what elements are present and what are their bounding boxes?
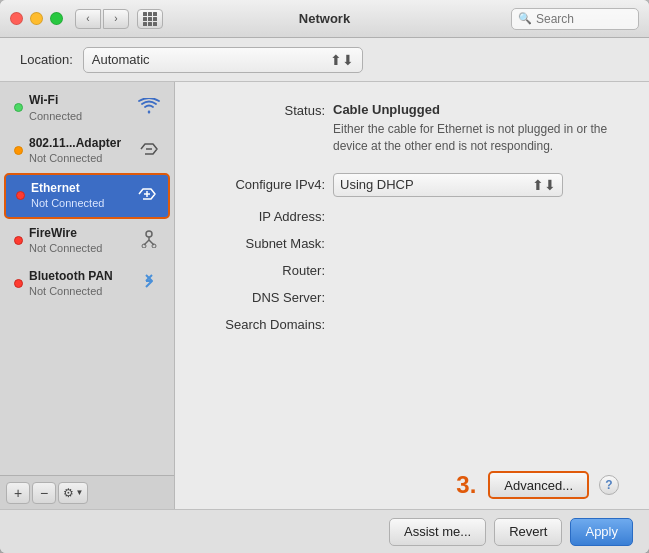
maximize-button[interactable] <box>50 12 63 25</box>
grid-icon <box>143 12 157 26</box>
status-dot-wifi <box>14 103 23 112</box>
sidebar-item-bluetooth[interactable]: Bluetooth PAN Not Connected <box>4 263 170 305</box>
sidebar-list: Wi-Fi Connected <box>0 82 174 475</box>
location-value: Automatic <box>92 52 150 67</box>
bluetooth-item-status: Not Connected <box>29 284 134 298</box>
location-label: Location: <box>20 52 73 67</box>
adapter-item-name: 802.11...Adapter <box>29 136 134 152</box>
status-value-block: Cable Unplugged Either the cable for Eth… <box>333 102 619 155</box>
ip-row: IP Address: <box>205 209 619 224</box>
network-window: ‹ › Network 🔍 Location: Automatic ⬆⬇ <box>0 0 649 553</box>
router-label: Router: <box>205 263 325 278</box>
wifi-item-status: Connected <box>29 109 134 123</box>
status-label: Status: <box>205 102 325 118</box>
dns-label: DNS Server: <box>205 290 325 305</box>
firewire-item-text: FireWire Not Connected <box>29 226 134 256</box>
adapter-item-status: Not Connected <box>29 151 134 165</box>
status-main-value: Cable Unplugged <box>333 102 619 117</box>
revert-button[interactable]: Revert <box>494 518 562 546</box>
sidebar-toolbar: + − ⚙ ▼ <box>0 475 174 509</box>
bluetooth-icon <box>138 272 160 295</box>
search-input[interactable] <box>536 12 632 26</box>
main-content: Wi-Fi Connected <box>0 82 649 509</box>
ipv4-row: Configure IPv4: Using DHCP ⬆⬇ <box>205 173 619 197</box>
traffic-lights <box>10 12 63 25</box>
ipv4-select[interactable]: Using DHCP ⬆⬇ <box>333 173 563 197</box>
domains-row: Search Domains: <box>205 317 619 332</box>
bluetooth-item-name: Bluetooth PAN <box>29 269 134 285</box>
detail-area: Status: Cable Unplugged Either the cable… <box>175 82 649 471</box>
sidebar-item-firewire[interactable]: FireWire Not Connected <box>4 220 170 262</box>
svg-point-4 <box>146 231 152 237</box>
remove-network-button[interactable]: − <box>32 482 56 504</box>
gear-button[interactable]: ⚙ ▼ <box>58 482 88 504</box>
apply-button[interactable]: Apply <box>570 518 633 546</box>
ethernet-item-text: Ethernet Not Connected <box>31 181 132 211</box>
wifi-icon <box>138 98 160 118</box>
sidebar-item-adapter[interactable]: 802.11...Adapter Not Connected <box>4 130 170 172</box>
assist-button[interactable]: Assist me... <box>389 518 486 546</box>
dns-row: DNS Server: <box>205 290 619 305</box>
gear-dropdown-arrow: ▼ <box>76 488 84 497</box>
subnet-row: Subnet Mask: <box>205 236 619 251</box>
back-button[interactable]: ‹ <box>75 9 101 29</box>
help-button[interactable]: ? <box>599 475 619 495</box>
gear-icon: ⚙ <box>63 486 74 500</box>
adapter-icon <box>138 141 160 160</box>
domains-label: Search Domains: <box>205 317 325 332</box>
sidebar: Wi-Fi Connected <box>0 82 175 509</box>
location-bar: Location: Automatic ⬆⬇ <box>0 38 649 82</box>
location-select-arrow: ⬆⬇ <box>330 52 354 68</box>
wifi-item-name: Wi-Fi <box>29 93 134 109</box>
forward-button[interactable]: › <box>103 9 129 29</box>
status-dot-bluetooth <box>14 279 23 288</box>
ipv4-value: Using DHCP <box>340 177 414 192</box>
advanced-button[interactable]: Advanced... <box>488 471 589 499</box>
ipv4-select-arrow: ⬆⬇ <box>532 177 556 193</box>
status-description-text: Either the cable for Ethernet is not plu… <box>333 121 619 155</box>
titlebar: ‹ › Network 🔍 <box>0 0 649 38</box>
ip-label: IP Address: <box>205 209 325 224</box>
status-dot-ethernet <box>16 191 25 200</box>
router-row: Router: <box>205 263 619 278</box>
hint-number: 3. <box>456 471 476 499</box>
grid-button[interactable] <box>137 9 163 29</box>
ethernet-icon <box>136 186 158 205</box>
ipv4-label: Configure IPv4: <box>205 177 325 192</box>
bluetooth-item-text: Bluetooth PAN Not Connected <box>29 269 134 299</box>
subnet-label: Subnet Mask: <box>205 236 325 251</box>
ethernet-item-status: Not Connected <box>31 196 132 210</box>
status-section: Status: Cable Unplugged Either the cable… <box>205 102 619 155</box>
bottom-bar: Assist me... Revert Apply <box>0 509 649 553</box>
sidebar-item-wifi[interactable]: Wi-Fi Connected <box>4 87 170 129</box>
minimize-button[interactable] <box>30 12 43 25</box>
firewire-icon <box>138 230 160 252</box>
hint-area: 3. Advanced... ? <box>175 471 649 509</box>
right-panel: Status: Cable Unplugged Either the cable… <box>175 82 649 509</box>
nav-buttons: ‹ › <box>75 9 129 29</box>
close-button[interactable] <box>10 12 23 25</box>
search-box[interactable]: 🔍 <box>511 8 639 30</box>
firewire-item-name: FireWire <box>29 226 134 242</box>
search-icon: 🔍 <box>518 12 532 25</box>
ethernet-item-name: Ethernet <box>31 181 132 197</box>
status-dot-firewire <box>14 236 23 245</box>
location-select[interactable]: Automatic ⬆⬇ <box>83 47 363 73</box>
wifi-item-text: Wi-Fi Connected <box>29 93 134 123</box>
window-title: Network <box>299 11 350 26</box>
add-network-button[interactable]: + <box>6 482 30 504</box>
status-dot-adapter <box>14 146 23 155</box>
adapter-item-text: 802.11...Adapter Not Connected <box>29 136 134 166</box>
sidebar-item-ethernet[interactable]: Ethernet Not Connected <box>4 173 170 219</box>
firewire-item-status: Not Connected <box>29 241 134 255</box>
